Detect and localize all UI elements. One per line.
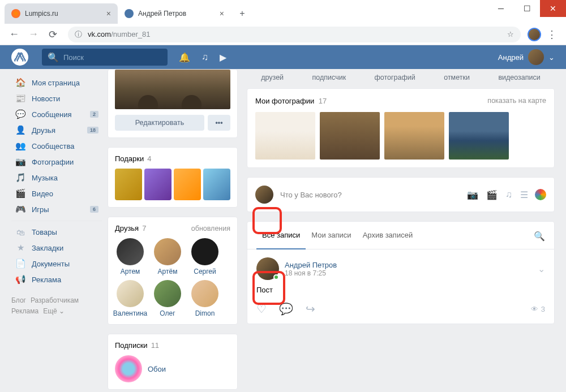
bookmark-icon[interactable]: ☆ — [507, 30, 514, 38]
gift-item[interactable] — [144, 169, 171, 200]
browser-toolbar: ← → ⟳ ⓘ vk.com/number_81 ☆ ⋮ — [0, 24, 566, 45]
reload-button[interactable]: ⟳ — [44, 26, 61, 43]
stat-friends[interactable]: друзей — [261, 74, 284, 81]
photo-thumbnail[interactable] — [384, 112, 444, 160]
menu-label: Сообщества — [32, 142, 75, 150]
gift-item[interactable] — [115, 169, 142, 200]
menu-badge: 2 — [90, 111, 98, 118]
menu-icon: 🛍 — [15, 227, 26, 237]
composer-placeholder[interactable]: Что у Вас нового? — [280, 191, 460, 199]
friend-name: Артем — [121, 268, 140, 275]
tab-my-posts[interactable]: Мои записи — [306, 222, 357, 249]
footer-ads[interactable]: Реклама — [11, 307, 38, 315]
video-icon[interactable]: ▶ — [220, 52, 226, 63]
sidebar-item[interactable]: 📰Новости — [11, 91, 102, 106]
music-icon[interactable]: ♫ — [201, 52, 208, 63]
notifications-icon[interactable]: 🔔 — [179, 52, 190, 63]
gifts-count: 4 — [147, 154, 151, 163]
tab-archive[interactable]: Архив записей — [357, 222, 419, 249]
gift-item[interactable] — [174, 169, 201, 200]
more-button[interactable]: ••• — [208, 115, 230, 131]
share-icon[interactable]: ↪ — [306, 302, 315, 316]
profile-photo[interactable] — [115, 70, 230, 109]
browser-tab-vk[interactable]: Андрей Петров × — [118, 3, 231, 24]
close-window-button[interactable]: ✕ — [540, 0, 566, 17]
friend-item[interactable]: Артем — [115, 238, 145, 275]
post-menu-icon[interactable]: ⌄ — [538, 264, 545, 274]
menu-icon: 👤 — [15, 125, 26, 135]
footer-blog[interactable]: Блог — [11, 296, 26, 304]
gift-item[interactable] — [203, 169, 230, 200]
sidebar-item[interactable]: 🎬Видео — [11, 186, 102, 201]
browser-profile-avatar[interactable] — [528, 28, 541, 41]
sidebar-item[interactable]: 📷Фотографии — [11, 154, 102, 170]
search-icon[interactable]: 🔍 — [534, 231, 545, 242]
friend-item[interactable]: Артём — [152, 238, 183, 275]
new-tab-button[interactable]: + — [234, 6, 250, 21]
like-icon[interactable]: ♡ — [256, 302, 267, 316]
subs-count: 11 — [151, 341, 159, 350]
sidebar-item[interactable]: 👤Друзья18 — [11, 122, 102, 138]
footer-links: БлогРазработчикам РекламаЕщё ⌄ — [11, 295, 102, 317]
search-box[interactable]: 🔍 — [42, 49, 168, 66]
menu-label: Видео — [32, 189, 53, 198]
site-info-icon[interactable]: ⓘ — [75, 29, 82, 40]
stat-subscribers[interactable]: подписчик — [312, 74, 346, 81]
menu-label: Игры — [32, 205, 49, 214]
url-host: vk.com — [88, 30, 111, 38]
comment-icon[interactable]: 💬 — [279, 302, 293, 316]
browser-tab-lumpics[interactable]: Lumpics.ru × — [5, 3, 118, 24]
subscription-item[interactable]: Обои — [115, 355, 230, 382]
sidebar-item[interactable]: 💬Сообщения2 — [11, 106, 102, 122]
music-icon[interactable]: ♫ — [505, 189, 512, 200]
forward-button[interactable]: → — [25, 26, 42, 43]
minimize-button[interactable]: ─ — [488, 0, 514, 17]
sidebar-item[interactable]: 🛍Товары — [11, 225, 102, 240]
photo-thumbnail[interactable] — [320, 112, 380, 160]
tab-all-posts[interactable]: Все записи — [256, 222, 306, 249]
footer-dev[interactable]: Разработчикам — [31, 296, 79, 304]
photo-thumbnail[interactable] — [255, 112, 315, 160]
show-on-map-link[interactable]: показать на карте — [487, 97, 546, 105]
address-bar[interactable]: ⓘ vk.com/number_81 ☆ — [68, 27, 521, 42]
post-author-avatar[interactable] — [256, 257, 279, 280]
sidebar-item[interactable]: 👥Сообщества — [11, 138, 102, 154]
sidebar-item[interactable]: 📢Реклама — [11, 272, 102, 287]
chevron-down-icon: ⌄ — [548, 53, 555, 62]
friend-item[interactable]: Сергей — [190, 238, 220, 275]
photo-thumbnail[interactable] — [449, 112, 509, 160]
sidebar-item[interactable]: 🎵Музыка — [11, 170, 102, 186]
edit-button[interactable]: Редактировать — [115, 115, 204, 131]
sidebar-item[interactable]: 📄Документы — [11, 256, 102, 272]
close-icon[interactable]: × — [220, 9, 224, 18]
stat-photos[interactable]: фотографий — [375, 74, 415, 81]
menu-label: Закладки — [32, 244, 63, 252]
post-composer[interactable]: Что у Вас нового? 📷 🎬 ♫ ☰ — [247, 177, 555, 212]
vk-logo[interactable]: ⨇ — [11, 49, 28, 66]
photos-title: Мои фотографии — [255, 97, 314, 105]
menu-button[interactable]: ⋮ — [543, 26, 560, 43]
browser-tabs-bar: Lumpics.ru × Андрей Петров × + ─ ☐ ✕ — [0, 0, 566, 24]
article-icon[interactable]: ☰ — [520, 189, 528, 200]
post-timestamp[interactable]: 18 ноя в 7:25 — [285, 269, 337, 277]
friend-item[interactable]: Олег — [152, 280, 183, 317]
sidebar-item[interactable]: ★Закладки — [11, 240, 102, 256]
sidebar-item[interactable]: 🎮Игры6 — [11, 201, 102, 217]
friends-updates-link[interactable]: обновления — [191, 225, 230, 232]
friend-item[interactable]: Валентина — [115, 280, 145, 317]
search-input[interactable] — [63, 53, 162, 62]
maximize-button[interactable]: ☐ — [514, 0, 540, 17]
user-menu[interactable]: Андрей ⌄ — [498, 49, 555, 65]
anniversary-icon[interactable] — [535, 189, 546, 200]
post-author-name[interactable]: Андрей Петров — [285, 261, 337, 269]
video-icon[interactable]: 🎬 — [486, 189, 498, 200]
friend-name: Валентина — [113, 309, 147, 317]
footer-more[interactable]: Ещё ⌄ — [43, 307, 65, 315]
close-icon[interactable]: × — [106, 9, 111, 18]
back-button[interactable]: ← — [6, 26, 23, 43]
stat-videos[interactable]: видеозаписи — [498, 74, 540, 81]
friend-item[interactable]: Dimon — [190, 280, 220, 317]
sidebar-item[interactable]: 🏠Моя страница — [11, 75, 102, 91]
stat-tags[interactable]: отметки — [444, 74, 470, 81]
photo-icon[interactable]: 📷 — [467, 189, 478, 200]
